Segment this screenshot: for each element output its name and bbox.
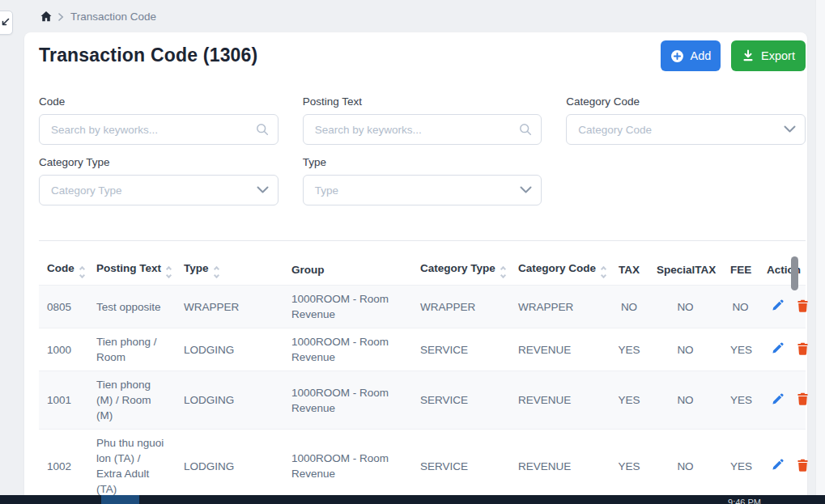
cell-action — [759, 286, 806, 328]
category-code-filter-label: Category Code — [566, 95, 806, 108]
edit-icon — [772, 393, 784, 405]
cell-category-code: WRAPPER — [510, 286, 610, 328]
type-select[interactable]: Type — [303, 175, 542, 205]
collapse-arrow-icon — [0, 18, 10, 28]
transaction-code-table: Code Posting Text Type Group Category Ty… — [39, 255, 806, 502]
edit-icon — [772, 299, 784, 311]
cell-fee: NO — [722, 286, 759, 328]
trash-icon — [797, 342, 809, 355]
page-scrollbar[interactable] — [815, 0, 825, 495]
table-row: 0805 Test opposite WRAPPER 1000ROOM - Ro… — [39, 286, 806, 328]
cell-action — [759, 328, 806, 371]
section-divider — [39, 240, 806, 241]
trash-icon — [797, 299, 809, 312]
taskbar-clock: 9:46 PM — [728, 498, 761, 504]
cell-type: LODGING — [176, 328, 283, 371]
column-header-posting-text[interactable]: Posting Text — [88, 255, 176, 286]
cell-fee: YES — [722, 328, 759, 371]
column-header-group: Group — [283, 255, 412, 286]
edit-button[interactable] — [767, 299, 789, 314]
add-button[interactable]: Add — [661, 40, 721, 71]
edit-button[interactable] — [767, 393, 789, 408]
table-row: 1001 Tien phong (M) / Room (M) LODGING 1… — [39, 371, 806, 430]
cell-action — [759, 430, 806, 503]
export-button[interactable]: Export — [731, 40, 806, 71]
trash-icon — [797, 392, 809, 405]
cell-category-type: SERVICE — [412, 371, 510, 430]
cell-special-tax: NO — [649, 328, 722, 371]
category-type-select[interactable]: Category Type — [39, 175, 279, 205]
type-select-value: Type — [315, 184, 338, 197]
delete-button[interactable] — [792, 342, 814, 358]
cell-special-tax: NO — [649, 430, 722, 503]
sidebar-collapse-toggle[interactable] — [0, 11, 13, 35]
cell-special-tax: NO — [649, 371, 722, 430]
home-icon[interactable] — [40, 11, 52, 22]
posting-text-filter-label: Posting Text — [303, 95, 542, 108]
cell-tax: YES — [610, 328, 649, 371]
cell-special-tax: NO — [649, 286, 722, 328]
table-row: 1002 Phu thu nguoi lon (TA) / Extra Adul… — [39, 430, 806, 503]
delete-button[interactable] — [792, 392, 814, 408]
cell-posting-text: Phu thu nguoi lon (TA) / Extra Adult (TA… — [88, 430, 176, 503]
chevron-down-icon — [520, 186, 532, 194]
cell-fee: YES — [722, 371, 759, 430]
sort-icon — [80, 267, 84, 277]
category-code-select[interactable]: Category Code — [566, 114, 806, 145]
category-code-select-value: Category Code — [578, 124, 652, 136]
cell-posting-text: Test opposite — [88, 286, 176, 328]
trash-icon — [797, 459, 809, 472]
chevron-right-icon — [58, 13, 64, 21]
cell-tax: NO — [610, 286, 649, 328]
export-button-label: Export — [761, 49, 795, 62]
cell-action — [759, 371, 806, 430]
taskbar-active-app[interactable] — [101, 495, 139, 504]
search-icon — [519, 123, 532, 136]
sort-icon — [167, 267, 171, 277]
delete-button[interactable] — [792, 299, 814, 315]
filter-bar: Code Posting Text Category Code Catego — [39, 95, 806, 205]
edit-button[interactable] — [767, 342, 789, 357]
cell-group: 1000ROOM - Room Revenue — [283, 286, 412, 328]
sort-icon — [602, 267, 606, 277]
cell-type: WRAPPER — [176, 286, 283, 328]
edit-icon — [772, 459, 784, 471]
cell-code: 1000 — [39, 328, 88, 371]
cell-group: 1000ROOM - Room Revenue — [283, 430, 412, 503]
cell-tax: YES — [610, 371, 649, 430]
column-header-code[interactable]: Code — [39, 255, 88, 286]
download-icon — [742, 49, 755, 62]
code-search-input[interactable] — [39, 114, 279, 145]
table-row: 1000 Tien phong / Room LODGING 1000ROOM … — [39, 328, 806, 371]
delete-button[interactable] — [792, 459, 814, 474]
cell-code: 0805 — [39, 286, 88, 328]
cell-type: LODGING — [176, 430, 283, 503]
cell-posting-text: Tien phong / Room — [88, 328, 176, 371]
column-header-action: Action — [759, 255, 806, 286]
cell-category-type: SERVICE — [412, 328, 510, 371]
column-header-category-code[interactable]: Category Code — [510, 255, 610, 286]
column-header-type[interactable]: Type — [176, 255, 283, 286]
search-icon — [256, 123, 269, 136]
code-filter-label: Code — [39, 95, 279, 108]
type-filter-label: Type — [303, 156, 542, 168]
table-scrollbar-thumb[interactable] — [791, 256, 798, 290]
breadcrumb-item-transaction-code[interactable]: Transaction Code — [70, 11, 156, 23]
plus-icon — [670, 49, 684, 63]
edit-button[interactable] — [767, 459, 789, 473]
column-header-tax: TAX — [610, 255, 649, 286]
posting-text-search-input[interactable] — [303, 114, 542, 145]
taskbar: 9:46 PM — [0, 495, 825, 504]
category-type-select-value: Category Type — [51, 184, 122, 197]
chevron-down-icon — [784, 125, 796, 133]
sort-icon — [215, 267, 219, 277]
edit-icon — [772, 342, 784, 354]
column-header-fee: FEE — [722, 255, 759, 286]
column-header-category-type[interactable]: Category Type — [412, 255, 510, 286]
category-type-filter-label: Category Type — [39, 156, 279, 168]
cell-type: LODGING — [176, 371, 283, 430]
cell-group: 1000ROOM - Room Revenue — [283, 371, 412, 430]
cell-code: 1002 — [39, 430, 88, 503]
cell-tax: YES — [610, 430, 649, 503]
add-button-label: Add — [691, 49, 712, 62]
